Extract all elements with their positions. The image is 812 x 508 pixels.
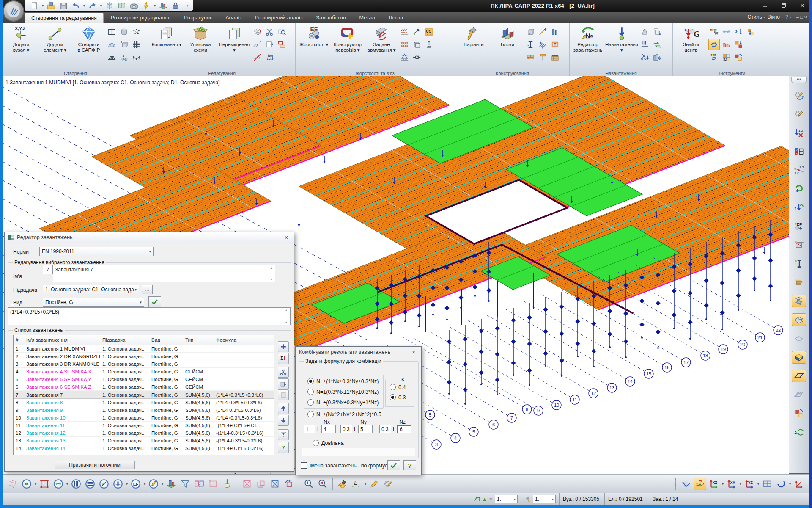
dropdown-caret-icon[interactable]: ▾	[365, 482, 366, 486]
table-row[interactable]: 7Завантаження 71. Основна задач...Постій…	[14, 391, 274, 399]
lock-icon[interactable]	[171, 1, 180, 11]
ribbon-small-copy-down[interactable]	[651, 26, 663, 38]
tab-5[interactable]: Розширений аналіз	[249, 13, 309, 22]
variant-selector[interactable]: 1.▾	[521, 493, 559, 505]
column-header[interactable]: #	[14, 335, 24, 345]
table-row[interactable]: 9Завантаження 91. Основна задач...Постій…	[14, 406, 274, 414]
ribbon-small-concrete-cube[interactable]	[525, 26, 536, 38]
bent-plate-button[interactable]	[792, 313, 806, 326]
nx-load-input[interactable]: 4	[321, 425, 336, 433]
books-icon[interactable]	[159, 1, 168, 11]
slash-circle-button[interactable]	[98, 478, 110, 490]
formula-option-2[interactable]: N=±(0.3*Nx±1*Ny±0.3*Nz)	[307, 389, 379, 395]
close-button[interactable]	[798, 2, 806, 9]
dim-1-2-button[interactable]: 1.21.2	[792, 164, 806, 177]
ribbon-small-zoom-select[interactable]	[276, 26, 288, 38]
gear-pencil-button[interactable]	[382, 478, 395, 490]
save-icon[interactable]	[59, 1, 68, 11]
axes-xz-button[interactable]: XZ	[708, 478, 720, 490]
funnel-button[interactable]	[179, 478, 192, 490]
names-by-formula-checkbox[interactable]: Імена завантажень - по формулі	[301, 462, 389, 469]
table-row[interactable]: 3Завантаження 3 DR XANMOKLE1. Основна за…	[14, 360, 274, 368]
ribbon-small-colorbar-refresh[interactable]	[708, 52, 720, 63]
add-button[interactable]	[278, 341, 289, 352]
close-icon[interactable]: ×	[409, 349, 418, 356]
arrow-12-delete-button[interactable]: 1,2	[792, 127, 806, 139]
ribbon-small-add-diag[interactable]	[537, 26, 549, 38]
free-formula-option[interactable]: Довільна	[313, 440, 344, 446]
dropdown-caret-icon[interactable]: ▾	[757, 482, 759, 486]
variant-combo[interactable]: 1.▾	[533, 495, 556, 503]
ribbon-small-channel[interactable]	[411, 39, 422, 50]
table-row[interactable]: 14Завантаження 141. Основна задач...Пост…	[14, 444, 274, 452]
ribbon-button-node-xyz[interactable]: X,Y,ZДодати вузол ▾	[5, 24, 38, 66]
ef-circle-button[interactable]: EF	[129, 478, 142, 490]
dropdown-caret-icon[interactable]: ▾	[35, 482, 36, 486]
table-row[interactable]: 12Завантаження 121. Основна задач...Пост…	[14, 429, 274, 437]
ribbon-button-copy-docs[interactable]: Копіювання ▾	[150, 24, 183, 66]
ribbon-small-bricks[interactable]	[525, 52, 536, 63]
open-icon[interactable]	[47, 1, 56, 11]
combine-ok-button[interactable]	[387, 460, 400, 470]
column-header[interactable]: Ім'я завантаження	[24, 335, 100, 345]
column-header[interactable]: Вид	[149, 335, 183, 345]
table-header[interactable]: #Ім'я завантаженняПідзадачаВидТипФормула	[14, 335, 274, 345]
filter-button[interactable]	[278, 429, 289, 440]
table-row[interactable]: 11Завантаження 111. Основна задач...Пост…	[14, 422, 274, 429]
gear-pencil-button[interactable]	[792, 108, 806, 120]
flip-horiz-button[interactable]	[193, 478, 206, 490]
subtask-more-button[interactable]: ...	[142, 285, 153, 294]
ribbon-button-ef-pipe[interactable]: EFЖорсткості ▾	[297, 24, 330, 66]
ribbon-small-spring-up[interactable]	[423, 39, 435, 50]
sidebar-more-button[interactable]: •••	[791, 77, 807, 83]
flashlight-button[interactable]	[336, 478, 349, 490]
zoom-plus-button[interactable]	[302, 478, 315, 490]
dropdown-caret-icon[interactable]: ▾	[66, 482, 68, 486]
dropdown-caret-icon[interactable]: ▾	[83, 4, 85, 8]
ribbon-small-colorbar-cursor[interactable]	[708, 26, 720, 38]
ribbon-small-block-pin[interactable]	[745, 26, 757, 38]
ribbon-small-cylinder[interactable]	[118, 26, 130, 38]
ribbon-small-column-copy[interactable]	[549, 26, 561, 38]
ribbon-small-ibeam[interactable]	[525, 39, 536, 50]
tab-6[interactable]: Залізобетон	[310, 13, 352, 22]
ribbon-small-truss[interactable]	[106, 52, 118, 63]
ribbon-small-histogram[interactable]	[721, 39, 732, 50]
ribbon-button-move-docs[interactable]: Переміщення ▾	[218, 24, 251, 66]
dropdown-caret-icon[interactable]: ▾	[100, 4, 102, 8]
ny-coef-input[interactable]: 0.3	[340, 425, 352, 433]
table-row[interactable]: 4Завантаження 4 SEISMIKA X1. Основна зад…	[14, 368, 274, 375]
combine-help-button[interactable]: ?	[403, 460, 416, 470]
k-option-0.3[interactable]: 0.3	[390, 394, 406, 400]
ribbon-small-blocks-down[interactable]	[733, 39, 744, 50]
combine-results-dialog[interactable]: Комбінувати результати завантажень × Зад…	[295, 346, 422, 475]
paste-button[interactable]	[278, 378, 289, 389]
ribbon-small-sigma-down[interactable]: Σ	[733, 26, 744, 38]
mdi-controls[interactable]: – □ ×	[796, 14, 807, 19]
dropdown-caret-icon[interactable]: ▾	[154, 4, 156, 8]
ribbon-small-mirror[interactable]	[252, 39, 263, 50]
box-blue-button[interactable]	[792, 351, 806, 364]
free-formula-input[interactable]	[302, 448, 415, 456]
minimize-button[interactable]	[761, 2, 769, 9]
subtask-combobox[interactable]: 1. Основна задача: C1. Основна задача;▾	[43, 285, 139, 294]
star-select-button[interactable]	[6, 478, 19, 490]
table-row[interactable]: 1Завантаження 1 MUDMIVI1. Основна задач.…	[14, 345, 274, 353]
ribbon-small-building-diamond[interactable]	[651, 52, 663, 63]
undo-icon[interactable]	[71, 1, 80, 11]
sel-cross-blue-button[interactable]	[269, 478, 281, 490]
brush-button[interactable]	[221, 478, 233, 490]
up-button[interactable]	[278, 403, 289, 414]
ribbon-button-box-pack[interactable]: Упаковка схеми	[184, 24, 217, 66]
restore-button[interactable]	[780, 2, 787, 9]
norms-combobox[interactable]: EN 1990-2011▾	[39, 247, 154, 256]
ribbon-small-refresh-orange[interactable]	[708, 39, 720, 50]
tab-8[interactable]: Цегла	[382, 13, 410, 22]
hlines-circle-button[interactable]	[84, 478, 96, 490]
ribbon-button-find-center[interactable]: GЗнайти центр	[675, 24, 708, 66]
menu-help[interactable]: ?▾	[785, 14, 791, 20]
ribbon-small-wall-add[interactable]	[549, 52, 561, 63]
ribbon-small-numbering[interactable]: №1,2...	[264, 52, 275, 63]
load-selector[interactable]: ▲ ▼ 1.▾	[470, 493, 521, 505]
ribbon-button-sapfir[interactable]: Створити в САПФІР	[72, 24, 105, 66]
